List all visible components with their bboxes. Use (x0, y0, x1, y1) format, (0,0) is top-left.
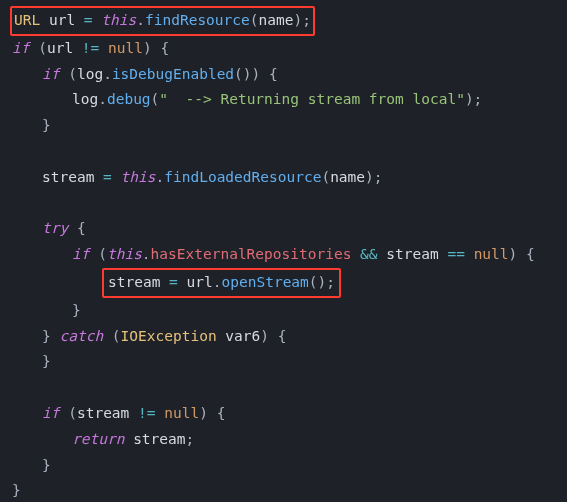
code-line-19: } (12, 478, 559, 502)
code-line-3: if (log.isDebugEnabled()) { (12, 62, 559, 88)
code-line-16: if (stream != null) { (12, 401, 559, 427)
fn-openstream: openStream (222, 274, 309, 290)
blank-line (12, 375, 559, 401)
kw-this: this (107, 246, 142, 262)
fn-findloadedresource: findLoadedResource (164, 169, 321, 185)
var-stream: stream (42, 169, 94, 185)
op-ne: != (129, 405, 164, 421)
var-log: log (72, 91, 98, 107)
code-line-10: if (this.hasExternalRepositories && stre… (12, 242, 559, 268)
field-hasexternalrepositories: hasExternalRepositories (151, 246, 352, 262)
arg-name: name (330, 169, 365, 185)
kw-if: if (42, 405, 59, 421)
code-line-12: } (12, 298, 559, 324)
type-ioexception: IOException (121, 328, 217, 344)
kw-this: this (121, 169, 156, 185)
code-line-1: URL url = this.findResource(name); (12, 6, 559, 36)
semicolon: ; (302, 12, 311, 28)
kw-null: null (108, 40, 143, 56)
brace-close: } (12, 482, 21, 498)
var-stream: stream (108, 274, 160, 290)
kw-null: null (474, 246, 509, 262)
highlight-box-2: stream = url.openStream(); (102, 268, 341, 298)
kw-if: if (12, 40, 29, 56)
var-var6: var6 (217, 328, 261, 344)
blank-line (12, 139, 559, 165)
fn-findresource: findResource (145, 12, 250, 28)
kw-null: null (164, 405, 199, 421)
op-ne: != (73, 40, 108, 56)
op-and: && (351, 246, 386, 262)
code-line-5: } (12, 113, 559, 139)
var-url: url (47, 40, 73, 56)
highlight-box-1: URL url = this.findResource(name); (10, 6, 315, 36)
code-line-11: stream = url.openStream(); (12, 268, 559, 298)
brace-close: } (42, 353, 51, 369)
code-line-17: return stream; (12, 427, 559, 453)
kw-catch: catch (51, 328, 103, 344)
blank-line (12, 191, 559, 217)
op-eq: == (439, 246, 474, 262)
brace-close: } (42, 117, 51, 133)
var-url: url (49, 12, 75, 28)
kw-this: this (101, 12, 136, 28)
brace-close: } (72, 302, 81, 318)
op-assign: = (75, 12, 101, 28)
fn-debug: debug (107, 91, 151, 107)
code-line-13: } catch (IOException var6) { (12, 324, 559, 350)
type-url: URL (14, 12, 40, 28)
kw-if: if (72, 246, 89, 262)
var-stream: stream (133, 431, 185, 447)
fn-isdebugenabled: isDebugEnabled (112, 66, 234, 82)
code-line-9: try { (12, 216, 559, 242)
var-stream: stream (386, 246, 438, 262)
code-line-7: stream = this.findLoadedResource(name); (12, 165, 559, 191)
kw-if: if (42, 66, 59, 82)
dot: . (136, 12, 145, 28)
kw-return: return (72, 431, 124, 447)
string-literal: " --> Returning stream from local" (159, 91, 465, 107)
kw-try: try (42, 220, 68, 236)
var-stream: stream (77, 405, 129, 421)
code-line-14: } (12, 349, 559, 375)
brace-close: } (42, 457, 51, 473)
code-line-2: if (url != null) { (12, 36, 559, 62)
var-url: url (187, 274, 213, 290)
arg-name: name (259, 12, 294, 28)
var-log: log (77, 66, 103, 82)
code-line-18: } (12, 453, 559, 479)
code-line-4: log.debug(" --> Returning stream from lo… (12, 87, 559, 113)
